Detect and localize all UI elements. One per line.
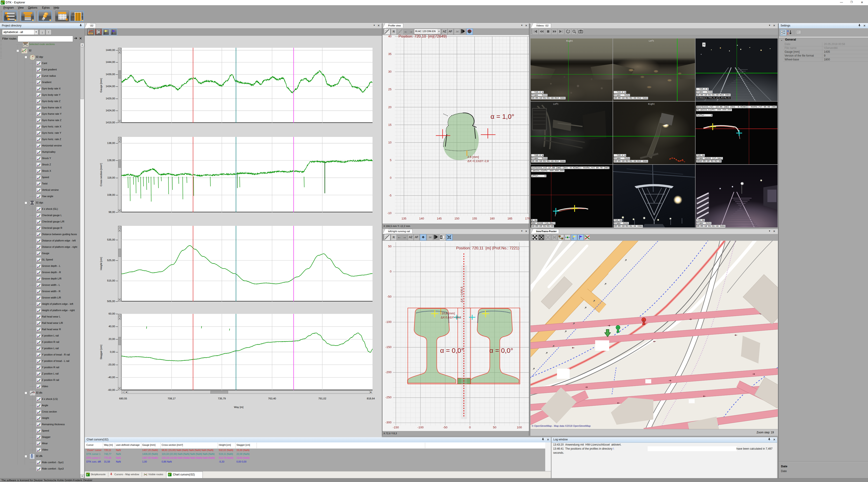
- svg-text:A: A: [787, 30, 789, 32]
- svg-text:Z: Z: [787, 32, 788, 35]
- svg-text:DTK: DTK: [89, 32, 93, 35]
